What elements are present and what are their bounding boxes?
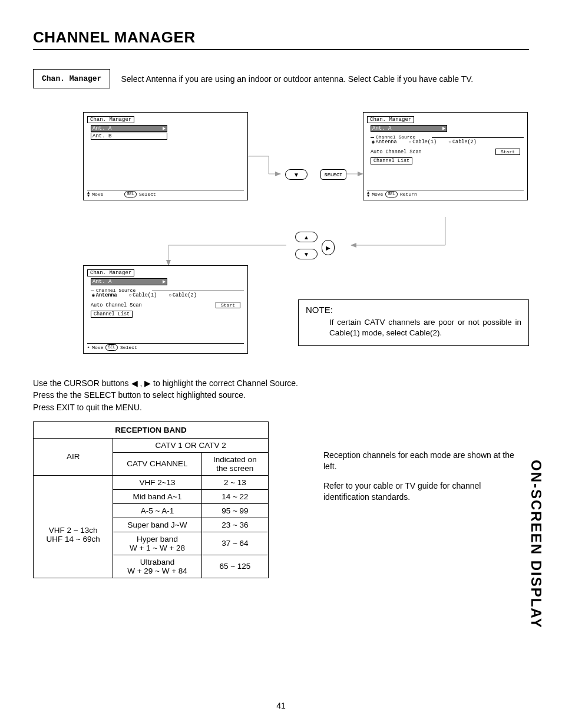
table-cell: Ultraband W + 29 ~ W + 84 [113, 555, 201, 578]
move-label: Move [92, 192, 103, 197]
osd-ant-a-label: Ant. A [372, 126, 391, 131]
sel-pill: SEL [385, 191, 398, 197]
table-cell: Mid band A~1 [113, 489, 201, 503]
table-header: RECEPTION BAND [34, 421, 269, 438]
table-cell: A-5 ~ A-1 [113, 503, 201, 518]
nav-arrows-icon: ✦ [87, 345, 90, 350]
auto-scan-row: Auto Channel Scan Start [91, 302, 240, 308]
move-label: Move [92, 345, 103, 350]
channel-source-legend: Channel Source [94, 288, 137, 293]
osd-panel-3: Chan. Manager Ant. A Channel Source Ante… [83, 265, 248, 354]
osd-ant-a-selected[interactable]: Ant. A [91, 125, 167, 132]
table-cell: Hyper band W + 1 ~ W + 28 [113, 532, 201, 555]
right-arrow-icon [442, 127, 445, 130]
chan-manager-label-box: Chan. Manager [33, 69, 110, 88]
air-header: AIR [34, 438, 113, 475]
right-arrow-icon [163, 280, 166, 284]
remote-up-button[interactable]: ▲ [295, 232, 318, 242]
osd-title: Chan. Manager [87, 116, 134, 123]
note-box: NOTE: If certain CATV channels are poor … [298, 299, 529, 346]
instr-line2: Press the the SELECT button to select hi… [33, 390, 246, 400]
instr-line1-pre: Use the CURSOR buttons [33, 378, 131, 388]
reception-band-table: RECEPTION BAND AIR CATV 1 OR CATV 2 CATV… [33, 421, 269, 578]
radio-cable2[interactable]: Cable(2) [448, 139, 477, 145]
table-cell: 95 ~ 99 [201, 503, 268, 518]
return-label: Return [400, 192, 417, 197]
table-cell: 23 ~ 36 [201, 518, 268, 532]
side-text-2: Refer to your cable or TV guide for chan… [323, 480, 529, 503]
osd-ant-a-label: Ant. A [92, 126, 111, 131]
note-body: If certain CATV channels are poor or not… [329, 317, 521, 338]
intro-row: Chan. Manager Select Antenna if you are … [33, 69, 529, 88]
manual-page: CHANNEL MANAGER Chan. Manager Select Ant… [0, 0, 562, 728]
air-rows: VHF 2 ~ 13ch UHF 14 ~ 69ch [34, 475, 113, 578]
instr-line1-post: to highlight the correct Channel Source. [151, 378, 298, 388]
osd-footer: ✦ Move SEL Select [87, 344, 137, 351]
instruction-paragraph: Use the CURSOR buttons ◀ , ▶ to highligh… [33, 377, 529, 413]
table-cell: VHF 2~13 [113, 475, 201, 489]
select-label: Select [139, 192, 156, 197]
updown-icon: ▲▼ [367, 192, 369, 197]
auto-scan-label: Auto Channel Scan [371, 149, 422, 155]
osd-footer: ▲▼ Move SEL Select [87, 191, 156, 197]
remote-down-button[interactable]: ▼ [285, 169, 308, 180]
osd-footer: ▲▼ Move SEL Return [367, 191, 417, 197]
osd-ant-b[interactable]: Ant. B [91, 133, 167, 140]
section-side-label: ON-SCREEN DISPLAY [528, 460, 544, 629]
osd-panel-1: Chan. Manager Ant. A Ant. B ▲▼ Move SEL … [83, 112, 248, 200]
osd-ant-a-selected[interactable]: Ant. A [91, 278, 167, 285]
sel-pill: SEL [105, 344, 118, 351]
note-title: NOTE: [306, 305, 521, 315]
osd-ant-a-label: Ant. A [92, 279, 111, 285]
osd-title: Chan. Manager [367, 116, 414, 123]
radio-antenna[interactable]: Antenna [92, 292, 117, 298]
radio-cable1[interactable]: Cable(1) [129, 292, 157, 298]
start-button[interactable]: Start [216, 302, 240, 308]
intro-text: Select Antenna if you are using an indoo… [121, 74, 473, 84]
table-cell: 37 ~ 64 [201, 532, 268, 555]
channel-source-radios[interactable]: Antenna Cable(1) Cable(2) [92, 292, 244, 298]
side-text-1: Reception channels for each mode are sho… [323, 450, 529, 473]
channel-source-radios[interactable]: Antenna Cable(1) Cable(2) [372, 139, 524, 145]
channel-list-button[interactable]: Channel List [91, 311, 133, 318]
updown-icon: ▲▼ [87, 192, 90, 197]
table-cell: 65 ~ 125 [201, 555, 268, 578]
start-button[interactable]: Start [495, 149, 520, 155]
channel-source-fieldset: Channel Source Antenna Cable(1) Cable(2) [371, 136, 524, 145]
channel-list-button[interactable]: Channel List [371, 157, 412, 164]
radio-cable1[interactable]: Cable(1) [409, 139, 437, 145]
catv-header: CATV 1 OR CATV 2 [113, 438, 269, 452]
page-number: 41 [0, 701, 562, 710]
remote-select-button[interactable]: SELECT [320, 169, 346, 180]
page-title: CHANNEL MANAGER [33, 28, 529, 50]
table-cell: 14 ~ 22 [201, 489, 268, 503]
osd-panel-2: Chan. Manager Ant. A Channel Source Ante… [363, 112, 528, 200]
instr-line3: Press EXIT to quit the MENU. [33, 403, 142, 412]
auto-scan-row: Auto Channel Scan Start [371, 149, 520, 155]
right-arrow-icon [163, 127, 166, 130]
channel-source-fieldset: Channel Source Antenna Cable(1) Cable(2) [91, 289, 244, 298]
osd-ant-a-selected[interactable]: Ant. A [371, 125, 447, 132]
remote-right-button[interactable]: ▶ [322, 240, 335, 255]
remote-down-button[interactable]: ▼ [295, 249, 318, 259]
move-label: Move [372, 192, 383, 197]
table-cell: Super band J~W [113, 518, 201, 532]
radio-cable2[interactable]: Cable(2) [168, 292, 197, 298]
sel-pill: SEL [124, 191, 137, 197]
indicated-header: Indicated onthe screen [201, 452, 268, 475]
channel-source-legend: Channel Source [374, 134, 417, 140]
auto-scan-label: Auto Channel Scan [91, 302, 142, 308]
osd-title: Chan. Manager [87, 269, 134, 276]
catv-channel-header: CATV CHANNEL [113, 452, 201, 475]
select-label: Select [120, 345, 137, 350]
table-cell: 2 ~ 13 [201, 475, 268, 489]
flow-diagram: Chan. Manager Ant. A Ant. B ▲▼ Move SEL … [33, 112, 529, 354]
radio-antenna[interactable]: Antenna [372, 139, 397, 145]
